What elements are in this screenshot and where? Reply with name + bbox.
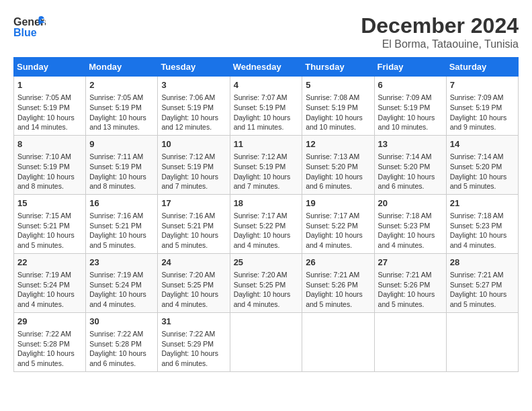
table-row xyxy=(446,312,518,371)
table-row: 2 Sunrise: 7:05 AM Sunset: 5:19 PM Dayli… xyxy=(86,77,158,136)
table-row: 20 Sunrise: 7:18 AM Sunset: 5:23 PM Dayl… xyxy=(374,194,446,253)
day-number: 23 xyxy=(89,257,154,269)
day-info: Sunrise: 7:22 AM Sunset: 5:29 PM Dayligh… xyxy=(161,329,226,369)
col-header-tuesday: Tuesday xyxy=(158,58,230,77)
day-info: Sunrise: 7:20 AM Sunset: 5:25 PM Dayligh… xyxy=(234,270,299,310)
col-header-friday: Friday xyxy=(374,58,446,77)
day-info: Sunrise: 7:17 AM Sunset: 5:22 PM Dayligh… xyxy=(306,211,370,250)
day-number: 2 xyxy=(89,79,154,91)
table-row: 5 Sunrise: 7:08 AM Sunset: 5:19 PM Dayli… xyxy=(302,77,374,136)
day-info: Sunrise: 7:12 AM Sunset: 5:19 PM Dayligh… xyxy=(161,152,226,191)
page-title: December 2024 xyxy=(361,13,519,38)
day-info: Sunrise: 7:22 AM Sunset: 5:28 PM Dayligh… xyxy=(89,329,154,369)
day-info: Sunrise: 7:14 AM Sunset: 5:20 PM Dayligh… xyxy=(450,152,515,191)
page-subtitle: El Borma, Tataouine, Tunisia xyxy=(361,38,519,50)
day-number: 24 xyxy=(161,257,226,269)
day-info: Sunrise: 7:08 AM Sunset: 5:19 PM Dayligh… xyxy=(306,93,370,132)
day-info: Sunrise: 7:05 AM Sunset: 5:19 PM Dayligh… xyxy=(89,93,154,132)
day-number: 16 xyxy=(89,197,154,210)
day-info: Sunrise: 7:14 AM Sunset: 5:20 PM Dayligh… xyxy=(378,152,443,191)
table-row: 29 Sunrise: 7:22 AM Sunset: 5:28 PM Dayl… xyxy=(14,312,86,371)
day-number: 3 xyxy=(161,79,226,91)
table-row: 27 Sunrise: 7:21 AM Sunset: 5:26 PM Dayl… xyxy=(374,253,446,312)
day-number: 21 xyxy=(450,197,515,210)
table-row: 3 Sunrise: 7:06 AM Sunset: 5:19 PM Dayli… xyxy=(158,77,230,136)
day-info: Sunrise: 7:18 AM Sunset: 5:23 PM Dayligh… xyxy=(378,211,443,250)
day-number: 19 xyxy=(306,197,370,210)
table-row: 13 Sunrise: 7:14 AM Sunset: 5:20 PM Dayl… xyxy=(374,135,446,194)
day-number: 8 xyxy=(17,138,82,150)
title-area: December 2024 El Borma, Tataouine, Tunis… xyxy=(361,13,519,50)
table-row xyxy=(374,312,446,371)
table-row: 30 Sunrise: 7:22 AM Sunset: 5:28 PM Dayl… xyxy=(86,312,158,371)
col-header-monday: Monday xyxy=(86,58,158,77)
table-row: 1 Sunrise: 7:05 AM Sunset: 5:19 PM Dayli… xyxy=(14,77,86,136)
day-number: 13 xyxy=(378,138,443,150)
day-info: Sunrise: 7:19 AM Sunset: 5:24 PM Dayligh… xyxy=(17,270,82,310)
table-row: 28 Sunrise: 7:21 AM Sunset: 5:27 PM Dayl… xyxy=(446,253,518,312)
col-header-sunday: Sunday xyxy=(14,58,86,77)
table-row: 31 Sunrise: 7:22 AM Sunset: 5:29 PM Dayl… xyxy=(158,312,230,371)
day-number: 25 xyxy=(234,257,299,269)
day-number: 29 xyxy=(17,316,82,328)
day-number: 28 xyxy=(450,257,515,269)
table-row xyxy=(230,312,302,371)
calendar-table: Sunday Monday Tuesday Wednesday Thursday… xyxy=(13,57,519,372)
table-row xyxy=(302,312,374,371)
day-info: Sunrise: 7:21 AM Sunset: 5:26 PM Dayligh… xyxy=(378,270,443,310)
day-info: Sunrise: 7:16 AM Sunset: 5:21 PM Dayligh… xyxy=(89,211,154,250)
day-number: 17 xyxy=(161,197,226,210)
table-row: 15 Sunrise: 7:15 AM Sunset: 5:21 PM Dayl… xyxy=(14,194,86,253)
day-info: Sunrise: 7:05 AM Sunset: 5:19 PM Dayligh… xyxy=(17,93,82,132)
day-info: Sunrise: 7:09 AM Sunset: 5:19 PM Dayligh… xyxy=(450,93,515,132)
day-info: Sunrise: 7:20 AM Sunset: 5:25 PM Dayligh… xyxy=(161,270,226,310)
day-info: Sunrise: 7:09 AM Sunset: 5:19 PM Dayligh… xyxy=(378,93,443,132)
day-number: 6 xyxy=(378,79,443,91)
table-row: 6 Sunrise: 7:09 AM Sunset: 5:19 PM Dayli… xyxy=(374,77,446,136)
day-info: Sunrise: 7:12 AM Sunset: 5:19 PM Dayligh… xyxy=(234,152,299,191)
day-info: Sunrise: 7:22 AM Sunset: 5:28 PM Dayligh… xyxy=(17,329,82,369)
table-row: 21 Sunrise: 7:18 AM Sunset: 5:23 PM Dayl… xyxy=(446,194,518,253)
day-number: 18 xyxy=(234,197,299,210)
day-number: 30 xyxy=(89,316,154,328)
col-header-wednesday: Wednesday xyxy=(230,58,302,77)
day-number: 4 xyxy=(234,79,299,91)
table-row: 16 Sunrise: 7:16 AM Sunset: 5:21 PM Dayl… xyxy=(86,194,158,253)
table-row: 18 Sunrise: 7:17 AM Sunset: 5:22 PM Dayl… xyxy=(230,194,302,253)
day-info: Sunrise: 7:17 AM Sunset: 5:22 PM Dayligh… xyxy=(234,211,299,250)
day-info: Sunrise: 7:21 AM Sunset: 5:27 PM Dayligh… xyxy=(450,270,515,310)
day-number: 15 xyxy=(17,197,82,210)
day-number: 5 xyxy=(306,79,370,91)
table-row: 12 Sunrise: 7:13 AM Sunset: 5:20 PM Dayl… xyxy=(302,135,374,194)
svg-text:Blue: Blue xyxy=(13,27,37,38)
day-info: Sunrise: 7:07 AM Sunset: 5:19 PM Dayligh… xyxy=(234,93,299,132)
day-number: 22 xyxy=(17,257,82,269)
table-row: 11 Sunrise: 7:12 AM Sunset: 5:19 PM Dayl… xyxy=(230,135,302,194)
day-info: Sunrise: 7:21 AM Sunset: 5:26 PM Dayligh… xyxy=(306,270,370,310)
table-row: 10 Sunrise: 7:12 AM Sunset: 5:19 PM Dayl… xyxy=(158,135,230,194)
table-row: 23 Sunrise: 7:19 AM Sunset: 5:24 PM Dayl… xyxy=(86,253,158,312)
col-header-thursday: Thursday xyxy=(302,58,374,77)
day-number: 1 xyxy=(17,79,82,91)
col-header-saturday: Saturday xyxy=(446,58,518,77)
day-info: Sunrise: 7:06 AM Sunset: 5:19 PM Dayligh… xyxy=(161,93,226,132)
table-row: 25 Sunrise: 7:20 AM Sunset: 5:25 PM Dayl… xyxy=(230,253,302,312)
table-row: 26 Sunrise: 7:21 AM Sunset: 5:26 PM Dayl… xyxy=(302,253,374,312)
day-number: 12 xyxy=(306,138,370,150)
day-number: 11 xyxy=(234,138,299,150)
table-row: 19 Sunrise: 7:17 AM Sunset: 5:22 PM Dayl… xyxy=(302,194,374,253)
table-row: 7 Sunrise: 7:09 AM Sunset: 5:19 PM Dayli… xyxy=(446,77,518,136)
header: General Blue December 2024 El Borma, Tat… xyxy=(13,13,519,50)
day-info: Sunrise: 7:10 AM Sunset: 5:19 PM Dayligh… xyxy=(17,152,82,191)
day-number: 27 xyxy=(378,257,443,269)
table-row: 22 Sunrise: 7:19 AM Sunset: 5:24 PM Dayl… xyxy=(14,253,86,312)
logo: General Blue xyxy=(13,13,46,40)
day-info: Sunrise: 7:13 AM Sunset: 5:20 PM Dayligh… xyxy=(306,152,370,191)
table-row: 8 Sunrise: 7:10 AM Sunset: 5:19 PM Dayli… xyxy=(14,135,86,194)
table-row: 17 Sunrise: 7:16 AM Sunset: 5:21 PM Dayl… xyxy=(158,194,230,253)
day-number: 10 xyxy=(161,138,226,150)
day-info: Sunrise: 7:15 AM Sunset: 5:21 PM Dayligh… xyxy=(17,211,82,250)
day-number: 9 xyxy=(89,138,154,150)
day-info: Sunrise: 7:11 AM Sunset: 5:19 PM Dayligh… xyxy=(89,152,154,191)
day-number: 20 xyxy=(378,197,443,210)
